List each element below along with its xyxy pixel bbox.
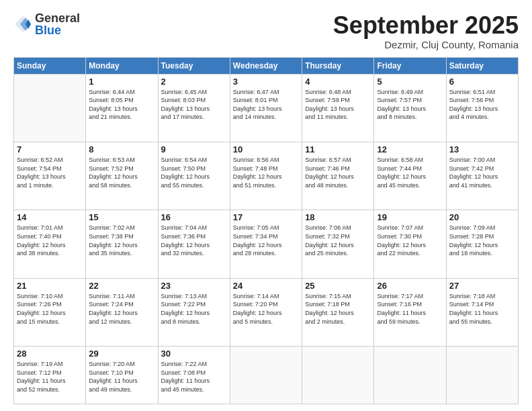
- logo-blue: Blue: [35, 24, 80, 36]
- day-number: 8: [89, 144, 154, 154]
- table-row: 15Sunrise: 7:02 AM Sunset: 7:38 PM Dayli…: [86, 210, 158, 278]
- col-friday: Friday: [374, 57, 446, 74]
- day-number: 30: [161, 349, 227, 359]
- logo-text: General Blue: [35, 12, 80, 36]
- day-number: 11: [305, 144, 371, 154]
- table-row: 27Sunrise: 7:18 AM Sunset: 7:14 PM Dayli…: [446, 278, 518, 346]
- day-info: Sunrise: 6:49 AM Sunset: 7:57 PM Dayligh…: [377, 88, 443, 122]
- table-row: 28Sunrise: 7:19 AM Sunset: 7:12 PM Dayli…: [14, 347, 86, 404]
- logo-icon: [13, 15, 32, 34]
- month-title: September 2025: [333, 12, 519, 39]
- table-row: 12Sunrise: 6:58 AM Sunset: 7:44 PM Dayli…: [374, 142, 446, 210]
- table-row: 4Sunrise: 6:48 AM Sunset: 7:59 PM Daylig…: [302, 74, 374, 142]
- day-number: 25: [305, 281, 371, 291]
- calendar-page: General Blue September 2025 Dezmir, Cluj…: [0, 0, 532, 411]
- calendar-table: Sunday Monday Tuesday Wednesday Thursday…: [13, 57, 519, 404]
- day-info: Sunrise: 6:44 AM Sunset: 8:05 PM Dayligh…: [89, 88, 154, 122]
- table-row: 10Sunrise: 6:56 AM Sunset: 7:48 PM Dayli…: [230, 142, 302, 210]
- day-info: Sunrise: 7:20 AM Sunset: 7:10 PM Dayligh…: [89, 360, 154, 394]
- table-row: 30Sunrise: 7:22 AM Sunset: 7:08 PM Dayli…: [158, 347, 230, 404]
- day-info: Sunrise: 6:54 AM Sunset: 7:50 PM Dayligh…: [161, 156, 227, 189]
- day-number: 17: [233, 212, 299, 222]
- day-number: 28: [17, 349, 83, 359]
- logo: General Blue: [13, 12, 80, 36]
- day-number: 19: [377, 212, 443, 222]
- calendar-header-row: Sunday Monday Tuesday Wednesday Thursday…: [14, 57, 519, 74]
- table-row: 6Sunrise: 6:51 AM Sunset: 7:56 PM Daylig…: [446, 74, 518, 142]
- day-info: Sunrise: 7:04 AM Sunset: 7:36 PM Dayligh…: [161, 224, 227, 257]
- day-number: 27: [449, 281, 515, 291]
- table-row: 1Sunrise: 6:44 AM Sunset: 8:05 PM Daylig…: [86, 74, 158, 142]
- day-number: 24: [233, 281, 299, 291]
- day-number: 7: [17, 144, 83, 154]
- day-info: Sunrise: 7:07 AM Sunset: 7:30 PM Dayligh…: [377, 224, 443, 257]
- day-info: Sunrise: 6:45 AM Sunset: 8:03 PM Dayligh…: [161, 88, 227, 122]
- col-wednesday: Wednesday: [230, 57, 302, 74]
- day-number: 9: [161, 144, 227, 154]
- table-row: 2Sunrise: 6:45 AM Sunset: 8:03 PM Daylig…: [158, 74, 230, 142]
- table-row: 29Sunrise: 7:20 AM Sunset: 7:10 PM Dayli…: [86, 347, 158, 404]
- day-info: Sunrise: 7:18 AM Sunset: 7:14 PM Dayligh…: [449, 292, 515, 326]
- day-info: Sunrise: 7:13 AM Sunset: 7:22 PM Dayligh…: [161, 292, 227, 326]
- day-number: 22: [89, 281, 154, 291]
- table-row: [14, 74, 86, 142]
- table-row: 24Sunrise: 7:14 AM Sunset: 7:20 PM Dayli…: [230, 278, 302, 346]
- table-row: 5Sunrise: 6:49 AM Sunset: 7:57 PM Daylig…: [374, 74, 446, 142]
- day-number: 18: [305, 212, 371, 222]
- table-row: [374, 347, 446, 404]
- table-row: 21Sunrise: 7:10 AM Sunset: 7:26 PM Dayli…: [14, 278, 86, 346]
- day-info: Sunrise: 7:01 AM Sunset: 7:40 PM Dayligh…: [17, 224, 83, 257]
- table-row: 23Sunrise: 7:13 AM Sunset: 7:22 PM Dayli…: [158, 278, 230, 346]
- table-row: 11Sunrise: 6:57 AM Sunset: 7:46 PM Dayli…: [302, 142, 374, 210]
- table-row: 25Sunrise: 7:15 AM Sunset: 7:18 PM Dayli…: [302, 278, 374, 346]
- day-number: 5: [377, 77, 443, 87]
- table-row: 7Sunrise: 6:52 AM Sunset: 7:54 PM Daylig…: [14, 142, 86, 210]
- day-info: Sunrise: 7:11 AM Sunset: 7:24 PM Dayligh…: [89, 292, 154, 326]
- day-info: Sunrise: 6:53 AM Sunset: 7:52 PM Dayligh…: [89, 156, 154, 189]
- day-info: Sunrise: 7:10 AM Sunset: 7:26 PM Dayligh…: [17, 292, 83, 326]
- day-number: 12: [377, 144, 443, 154]
- day-number: 14: [17, 212, 83, 222]
- day-number: 23: [161, 281, 227, 291]
- day-info: Sunrise: 6:58 AM Sunset: 7:44 PM Dayligh…: [377, 156, 443, 189]
- day-info: Sunrise: 7:15 AM Sunset: 7:18 PM Dayligh…: [305, 292, 371, 326]
- table-row: 9Sunrise: 6:54 AM Sunset: 7:50 PM Daylig…: [158, 142, 230, 210]
- day-info: Sunrise: 6:51 AM Sunset: 7:56 PM Dayligh…: [449, 88, 515, 122]
- day-number: 20: [449, 212, 515, 222]
- day-info: Sunrise: 7:06 AM Sunset: 7:32 PM Dayligh…: [305, 224, 371, 257]
- day-info: Sunrise: 7:22 AM Sunset: 7:08 PM Dayligh…: [161, 360, 227, 394]
- day-number: 4: [305, 77, 371, 87]
- table-row: 3Sunrise: 6:47 AM Sunset: 8:01 PM Daylig…: [230, 74, 302, 142]
- day-info: Sunrise: 6:56 AM Sunset: 7:48 PM Dayligh…: [233, 156, 299, 189]
- col-saturday: Saturday: [446, 57, 518, 74]
- col-monday: Monday: [86, 57, 158, 74]
- table-row: [230, 347, 302, 404]
- day-info: Sunrise: 6:57 AM Sunset: 7:46 PM Dayligh…: [305, 156, 371, 189]
- table-row: 17Sunrise: 7:05 AM Sunset: 7:34 PM Dayli…: [230, 210, 302, 278]
- table-row: 13Sunrise: 7:00 AM Sunset: 7:42 PM Dayli…: [446, 142, 518, 210]
- title-block: September 2025 Dezmir, Cluj County, Roma…: [333, 12, 519, 50]
- table-row: 8Sunrise: 6:53 AM Sunset: 7:52 PM Daylig…: [86, 142, 158, 210]
- col-tuesday: Tuesday: [158, 57, 230, 74]
- table-row: 18Sunrise: 7:06 AM Sunset: 7:32 PM Dayli…: [302, 210, 374, 278]
- day-info: Sunrise: 7:14 AM Sunset: 7:20 PM Dayligh…: [233, 292, 299, 326]
- day-number: 3: [233, 77, 299, 87]
- day-number: 15: [89, 212, 154, 222]
- day-info: Sunrise: 6:52 AM Sunset: 7:54 PM Dayligh…: [17, 156, 83, 189]
- day-number: 1: [89, 77, 154, 87]
- logo-general: General: [35, 12, 80, 24]
- table-row: 16Sunrise: 7:04 AM Sunset: 7:36 PM Dayli…: [158, 210, 230, 278]
- col-thursday: Thursday: [302, 57, 374, 74]
- table-row: 14Sunrise: 7:01 AM Sunset: 7:40 PM Dayli…: [14, 210, 86, 278]
- day-info: Sunrise: 7:09 AM Sunset: 7:28 PM Dayligh…: [449, 224, 515, 257]
- table-row: [302, 347, 374, 404]
- table-row: 22Sunrise: 7:11 AM Sunset: 7:24 PM Dayli…: [86, 278, 158, 346]
- location-subtitle: Dezmir, Cluj County, Romania: [333, 39, 519, 50]
- day-number: 6: [449, 77, 515, 87]
- day-number: 2: [161, 77, 227, 87]
- day-number: 16: [161, 212, 227, 222]
- day-info: Sunrise: 7:17 AM Sunset: 7:16 PM Dayligh…: [377, 292, 443, 326]
- day-info: Sunrise: 7:05 AM Sunset: 7:34 PM Dayligh…: [233, 224, 299, 257]
- table-row: 26Sunrise: 7:17 AM Sunset: 7:16 PM Dayli…: [374, 278, 446, 346]
- table-row: 19Sunrise: 7:07 AM Sunset: 7:30 PM Dayli…: [374, 210, 446, 278]
